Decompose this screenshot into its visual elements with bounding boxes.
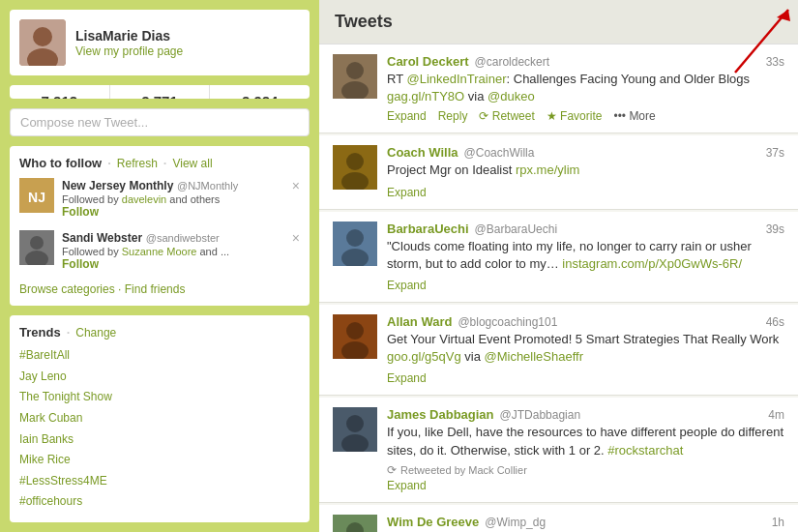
barbara-expand[interactable]: Expand xyxy=(387,279,427,292)
compose-tweet-box[interactable]: Compose new Tweet... xyxy=(10,108,310,136)
wim-content: Wim De Greeve@Wimp_dg1hA sunny day and a… xyxy=(387,515,784,532)
sandi-avatar xyxy=(19,230,54,265)
refresh-link[interactable]: Refresh xyxy=(117,157,158,170)
coach-willa-time: 37s xyxy=(766,146,784,160)
tweet-allan: Allan Ward@blogcoaching10146sGet Your Vi… xyxy=(319,305,798,396)
tweet-coach-willa: Coach Willa@CoachWilla37sProject Mgr on … xyxy=(319,135,798,209)
follow-njmonthly-button[interactable]: Follow xyxy=(62,205,300,219)
trend-item[interactable]: #BareItAll xyxy=(19,345,300,367)
trend-item[interactable]: Mark Cuban xyxy=(19,408,300,429)
close-njmonthly[interactable]: × xyxy=(292,178,300,193)
james-content: James Dabbagian@JTDabbagian4mIf you, lik… xyxy=(387,407,784,491)
followers-count: 2,924 xyxy=(214,93,306,99)
svg-point-14 xyxy=(346,153,364,170)
view-all-link[interactable]: View all xyxy=(172,157,212,170)
stat-following[interactable]: 2,771 FOLLOWING xyxy=(110,85,211,99)
who-to-follow-title: Who to follow xyxy=(19,156,102,170)
wim-handle: @Wimp_dg xyxy=(485,516,546,529)
trend-item[interactable]: #officehours xyxy=(19,491,300,513)
trends-list: #BareItAllJay LenoThe Tonight ShowMark C… xyxy=(19,345,300,513)
james-handle: @JTDabbagian xyxy=(500,408,581,422)
browse-categories-link[interactable]: Browse categories xyxy=(19,282,115,296)
who-to-follow-card: Who to follow · Refresh · View all NJ Ne… xyxy=(10,146,310,306)
sandi-followed-by[interactable]: Suzanne Moore xyxy=(122,246,197,257)
svg-point-20 xyxy=(346,322,364,340)
browse-links: Browse categories · Find friends xyxy=(19,282,300,296)
allan-handle: @blogcoaching101 xyxy=(458,315,557,329)
barbara-avatar xyxy=(333,222,377,266)
barbara-text: "Clouds come floating into my life, no l… xyxy=(387,238,784,273)
follow-suggestion-sandi: Sandi Webster @sandiwebster Followed by … xyxy=(19,230,300,271)
wim-time: 1h xyxy=(772,516,784,529)
trends-title: Trends xyxy=(19,325,61,340)
barbara-handle: @BarbaraUechi xyxy=(475,222,558,236)
tweet-wim: Wim De Greeve@Wimp_dg1hA sunny day and a… xyxy=(319,505,798,532)
close-sandi[interactable]: × xyxy=(292,230,300,246)
profile-name: LisaMarie Dias xyxy=(75,28,183,44)
trend-item[interactable]: #LessStress4ME xyxy=(19,471,300,492)
carol-time: 33s xyxy=(766,55,784,69)
profile-avatar xyxy=(19,19,66,66)
coach-willa-avatar xyxy=(333,145,377,190)
svg-text:NJ: NJ xyxy=(28,190,45,205)
james-retweeted-by: ⟳ Retweeted by Mack Collier xyxy=(387,463,784,477)
tweet-james: James Dabbagian@JTDabbagian4mIf you, lik… xyxy=(319,398,798,502)
svg-point-11 xyxy=(346,62,364,79)
tweet-barbara: BarbaraUechi@BarbaraUechi39s"Clouds come… xyxy=(319,212,798,303)
james-avatar xyxy=(333,407,377,452)
njmonthly-desc: Followed by davelevin and others xyxy=(62,193,300,205)
carol-retweet-action[interactable]: ⟳ Retweet xyxy=(479,109,534,123)
profile-avatar-image xyxy=(19,19,66,66)
trend-item[interactable]: Jay Leno xyxy=(19,367,300,388)
barbara-name[interactable]: BarbaraUechi xyxy=(387,222,469,236)
carol-content: Carol Deckert@caroldeckert33sRT @LinkedI… xyxy=(387,54,784,123)
trend-item[interactable]: Iain Banks xyxy=(19,429,300,451)
coach-willa-name[interactable]: Coach Willa xyxy=(387,145,458,160)
coach-willa-expand[interactable]: Expand xyxy=(387,186,427,199)
stat-followers[interactable]: 2,924 FOLLOWERS xyxy=(210,85,310,99)
james-expand[interactable]: Expand xyxy=(387,479,427,492)
njmonthly-avatar: NJ xyxy=(19,178,54,213)
svg-point-6 xyxy=(30,236,44,250)
carol-more-action[interactable]: ••• More xyxy=(613,109,655,123)
trend-item[interactable]: Mike Rice xyxy=(19,450,300,471)
profile-link[interactable]: View my profile page xyxy=(75,44,183,58)
follow-suggestion-njmonthly: NJ New Jersey Monthly @NJMonthly Followe… xyxy=(19,178,300,219)
coach-willa-text: Project Mgr on Idealist rpx.me/ylim xyxy=(387,162,784,179)
follow-sandi-button[interactable]: Follow xyxy=(62,257,300,271)
carol-handle: @caroldeckert xyxy=(475,55,550,69)
tweets-panel-header: Tweets xyxy=(319,0,798,44)
carol-avatar xyxy=(333,54,377,99)
allan-name[interactable]: Allan Ward xyxy=(387,314,452,329)
james-name[interactable]: James Dabbagian xyxy=(387,407,494,422)
carol-reply-action[interactable]: Reply xyxy=(438,109,468,123)
find-friends-link[interactable]: Find friends xyxy=(125,282,186,296)
stat-tweets[interactable]: 7,213 TWEETS xyxy=(10,85,110,99)
sandi-name: Sandi Webster @sandiwebster xyxy=(62,230,300,245)
njmonthly-name: New Jersey Monthly @NJMonthly xyxy=(62,178,300,192)
carol-favorite-action[interactable]: ★ Favorite xyxy=(547,109,603,123)
svg-point-17 xyxy=(346,229,364,247)
profile-card: LisaMarie Dias View my profile page xyxy=(10,10,310,75)
who-to-follow-header: Who to follow · Refresh · View all xyxy=(19,156,300,170)
trends-change-link[interactable]: Change xyxy=(75,326,116,340)
njmonthly-info: New Jersey Monthly @NJMonthly Followed b… xyxy=(62,178,300,219)
svg-point-23 xyxy=(346,415,364,432)
wim-name[interactable]: Wim De Greeve xyxy=(387,515,479,529)
carol-name[interactable]: Carol Deckert xyxy=(387,54,469,69)
sidebar: LisaMarie Dias View my profile page 7,21… xyxy=(0,0,319,532)
trends-card: Trends · Change #BareItAllJay LenoThe To… xyxy=(10,315,310,522)
tweet-carol: Carol Deckert@caroldeckert33sRT @LinkedI… xyxy=(319,44,798,133)
james-text: If you, like Dell, have the resources to… xyxy=(387,424,784,458)
wim-avatar xyxy=(333,515,377,532)
allan-expand[interactable]: Expand xyxy=(387,371,427,385)
njmonthly-followed-by[interactable]: davelevin xyxy=(122,193,166,205)
trend-item[interactable]: The Tonight Show xyxy=(19,387,300,408)
trends-header: Trends · Change xyxy=(19,325,300,340)
svg-point-1 xyxy=(33,27,52,46)
stats-row: 7,213 TWEETS 2,771 FOLLOWING 2,924 FOLLO… xyxy=(10,85,310,99)
coach-willa-handle: @CoachWilla xyxy=(464,146,535,160)
carol-actions: ExpandReply⟳ Retweet★ Favorite••• More xyxy=(387,109,784,123)
tweets-count: 7,213 xyxy=(14,93,105,99)
carol-expand-action[interactable]: Expand xyxy=(387,109,427,123)
